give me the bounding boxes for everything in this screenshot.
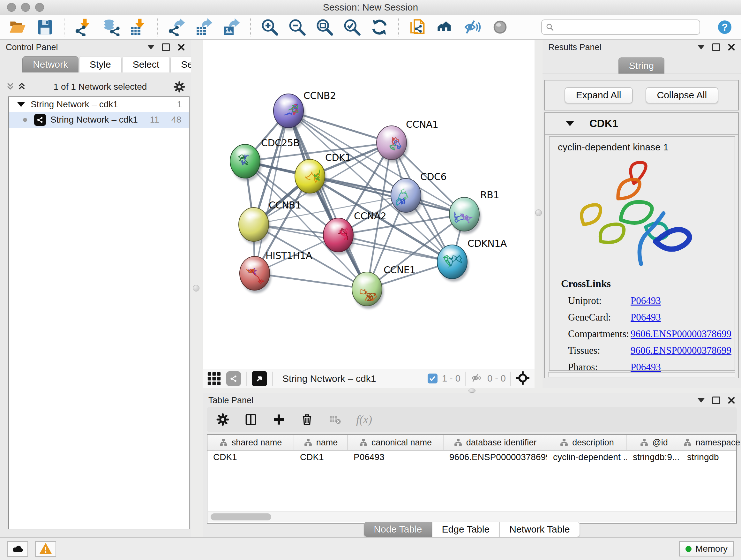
tab-network[interactable]: Network — [22, 56, 78, 72]
export-image-button[interactable] — [222, 18, 241, 37]
panel-float-icon[interactable] — [712, 44, 720, 51]
splitter-handle[interactable] — [193, 285, 199, 292]
entry-collapse-icon[interactable] — [566, 121, 574, 126]
birds-eye-view-toggle[interactable] — [252, 371, 267, 386]
cloud-status-button[interactable] — [7, 541, 28, 557]
column-header-description[interactable]: description — [547, 435, 627, 450]
tab-style[interactable]: Style — [79, 56, 122, 72]
network-node-CCNB2[interactable]: CCNB2 — [273, 90, 336, 131]
column-header-shared-name[interactable]: shared name — [207, 435, 294, 450]
table-settings-gear-icon[interactable] — [216, 413, 230, 427]
zoom-in-button[interactable] — [260, 18, 279, 37]
right-panel-splitter[interactable] — [535, 40, 542, 388]
table-row[interactable]: CDK1CDK1P064939606.ENSP00000378699cyclin… — [207, 451, 736, 463]
column-header-namespace[interactable]: namespace — [681, 435, 741, 450]
column-header-name[interactable]: name — [294, 435, 348, 450]
network-node-CCNB1[interactable]: CCNB1 — [239, 199, 301, 244]
table-panel-splitter[interactable] — [203, 388, 741, 393]
table-cell[interactable]: CDK1 — [207, 452, 294, 462]
panel-float-icon[interactable] — [162, 44, 170, 51]
column-header-database-identifier[interactable]: database identifier — [444, 435, 547, 450]
column-header-canonical-name[interactable]: canonical name — [348, 435, 444, 450]
help-button[interactable]: ? — [717, 19, 733, 35]
panel-close-icon[interactable] — [728, 44, 735, 51]
hidden-count-eye-icon[interactable] — [470, 372, 483, 386]
table-horizontal-scrollbar[interactable] — [208, 511, 736, 522]
fit-selected-crosshair-icon[interactable] — [515, 371, 530, 387]
expand-all-networks-icon[interactable] — [16, 81, 27, 92]
delete-column-icon[interactable] — [300, 413, 314, 427]
zoom-selected-button[interactable] — [343, 18, 361, 37]
tab-divider — [542, 73, 741, 73]
refresh-view-button[interactable] — [370, 18, 389, 37]
memory-button[interactable]: Memory — [679, 541, 734, 557]
network-options-gear-icon[interactable] — [173, 80, 186, 93]
tab-network-table[interactable]: Network Table — [499, 522, 580, 537]
zoom-fit-button[interactable] — [315, 18, 334, 37]
table-cell[interactable]: 9606.ENSP00000378699 — [444, 452, 547, 462]
collection-expand-icon[interactable] — [17, 102, 25, 107]
panel-collapse-icon[interactable] — [697, 398, 704, 402]
save-session-button[interactable] — [36, 18, 54, 37]
warning-status-button[interactable] — [35, 541, 56, 557]
toolbar-search-field[interactable] — [541, 19, 700, 35]
expand-all-button[interactable]: Expand All — [564, 87, 633, 104]
selected-count-checkbox[interactable] — [428, 374, 437, 383]
crosslink-link[interactable]: 9606.ENSP00000378699 — [630, 345, 731, 356]
entry-horizontal-scrollbar[interactable] — [548, 372, 735, 377]
network-collection-row[interactable]: String Network – cdk1 1 — [9, 97, 189, 112]
crosslink-link[interactable]: P06493 — [630, 312, 661, 323]
network-node-CDKN1A[interactable]: CDKN1A — [437, 238, 507, 282]
import-string-network-button[interactable] — [408, 18, 427, 37]
network-row-selected[interactable]: String Network – cdk1 11 48 — [9, 112, 189, 128]
network-edge-CCNA2-CDKN1A[interactable] — [338, 235, 452, 262]
show-all-button[interactable] — [491, 18, 509, 37]
view-grid-icon[interactable] — [207, 372, 221, 386]
table-cell[interactable]: stringdb — [681, 452, 741, 462]
import-network-from-file-button[interactable] — [74, 18, 92, 37]
crosslink-link[interactable]: P06493 — [630, 295, 661, 307]
panel-close-icon[interactable] — [728, 396, 735, 404]
export-network-button[interactable] — [167, 18, 186, 37]
tab-select[interactable]: Select — [122, 56, 170, 72]
splitter-handle[interactable] — [468, 388, 475, 393]
search-input[interactable] — [557, 22, 696, 33]
export-table-button[interactable] — [195, 18, 213, 37]
tab-string[interactable]: String — [618, 57, 664, 74]
import-network-from-database-button[interactable] — [102, 18, 120, 37]
panel-close-icon[interactable] — [178, 44, 185, 51]
collapse-all-button[interactable]: Collapse All — [646, 87, 719, 104]
footer-separator — [465, 372, 466, 386]
network-view-canvas[interactable]: CCNB2CCNA1CDC25BCDK1CDC6RB1CCNB1CCNA2CDK… — [203, 40, 535, 369]
create-column-icon[interactable] — [272, 413, 286, 427]
panel-collapse-icon[interactable] — [697, 45, 704, 50]
column-header-@id[interactable]: @id — [627, 435, 681, 450]
splitter-handle[interactable] — [535, 209, 542, 216]
table-cell[interactable]: stringdb:9... — [627, 452, 681, 462]
network-graph[interactable]: CCNB2CCNA1CDC25BCDK1CDC6RB1CCNB1CCNA2CDK… — [203, 40, 535, 369]
network-node-CCNE1[interactable]: CCNE1 — [352, 264, 415, 309]
left-panel-splitter[interactable] — [191, 40, 203, 537]
open-session-button[interactable] — [8, 18, 27, 37]
network-node-CCNA1[interactable]: CCNA1 — [377, 119, 438, 163]
crosslink-link[interactable]: P06493 — [630, 361, 661, 373]
table-cell[interactable]: CDK1 — [294, 452, 348, 462]
network-edge-HIST1H1A-CCNE1[interactable] — [255, 273, 367, 289]
hide-selected-button[interactable] — [463, 18, 482, 37]
zoom-out-button[interactable] — [288, 18, 307, 37]
tab-node-table[interactable]: Node Table — [364, 522, 432, 537]
crosslink-link[interactable]: 9606.ENSP00000378699 — [630, 328, 731, 340]
show-columns-icon[interactable] — [244, 413, 258, 427]
network-share-view-icon[interactable] — [226, 371, 241, 386]
panel-float-icon[interactable] — [712, 396, 720, 404]
tab-edge-table[interactable]: Edge Table — [432, 522, 500, 537]
scrollbar-thumb[interactable] — [211, 513, 271, 520]
network-node-HIST1H1A[interactable]: HIST1H1A — [240, 250, 313, 293]
table-cell[interactable]: P06493 — [348, 452, 444, 462]
collapse-all-networks-icon[interactable] — [4, 81, 16, 92]
import-table-from-file-button[interactable] — [129, 18, 147, 37]
table-cell[interactable]: cyclin-dependent ... — [547, 452, 627, 462]
network-node-RB1[interactable]: RB1 — [449, 189, 499, 234]
go-home-button[interactable] — [436, 18, 455, 37]
panel-collapse-icon[interactable] — [147, 45, 154, 50]
